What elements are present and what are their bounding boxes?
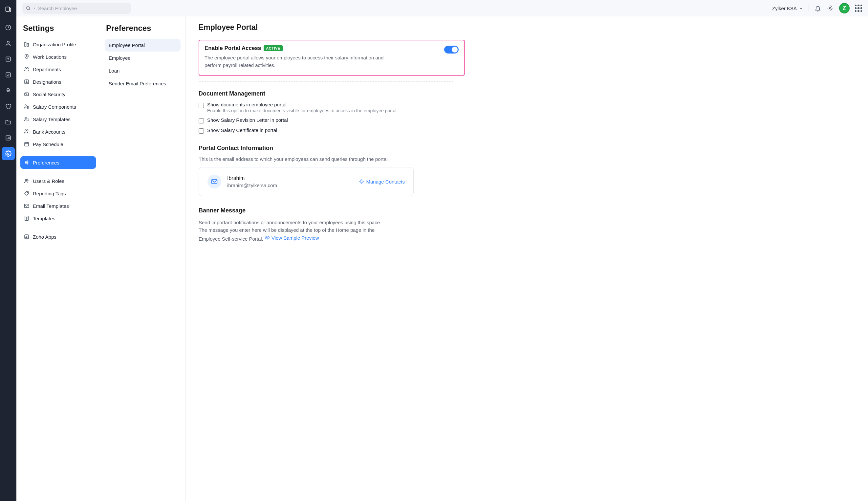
sidebar-item-departments[interactable]: Departments (20, 63, 96, 75)
svg-point-25 (27, 161, 28, 162)
svg-point-12 (25, 68, 26, 69)
svg-point-23 (26, 130, 28, 131)
sidebar-item-salary-templates[interactable]: Salary Templates (20, 113, 96, 125)
svg-point-2 (7, 41, 10, 43)
svg-point-26 (25, 162, 26, 163)
svg-rect-4 (6, 73, 10, 77)
topbar: Zylker KSA Z (17, 0, 868, 17)
checkbox-salary-certificate[interactable]: Show Salary Certificate in portal (199, 127, 855, 134)
sidebar-item-templates[interactable]: Templates (20, 212, 96, 225)
svg-rect-34 (212, 180, 217, 184)
search-box[interactable] (22, 3, 131, 14)
benefits-icon[interactable] (2, 100, 15, 113)
svg-rect-10 (27, 43, 29, 46)
eye-icon (265, 235, 270, 240)
documents-icon[interactable] (2, 116, 15, 129)
document-management-section: Document Management Show documents in em… (199, 90, 855, 134)
avatar[interactable]: Z (839, 3, 850, 13)
enable-portal-card: Enable Portal Access ACTIVE The employee… (199, 40, 464, 75)
pref-item-employee[interactable]: Employee (105, 52, 181, 64)
contact-desc: This is the email address to which your … (199, 156, 855, 162)
dashboard-icon[interactable] (2, 21, 15, 34)
enable-portal-heading: Enable Portal Access ACTIVE (204, 45, 439, 52)
contact-card: Ibrahim ibrahim@zylkersa.com Manage Cont… (199, 167, 414, 196)
active-badge: ACTIVE (264, 45, 282, 51)
contact-name: Ibrahim (227, 175, 277, 181)
pref-item-loan[interactable]: Loan (105, 64, 181, 77)
search-input[interactable] (38, 6, 127, 11)
svg-rect-21 (27, 119, 29, 121)
checkbox-input[interactable] (199, 103, 204, 108)
settings-title: Settings (20, 22, 96, 38)
svg-point-18 (25, 105, 26, 106)
approvals-icon[interactable] (2, 68, 15, 82)
checkbox-input[interactable] (199, 118, 204, 124)
contact-heading: Portal Contact Information (199, 145, 855, 152)
svg-rect-31 (24, 204, 29, 208)
svg-point-8 (829, 8, 831, 9)
gear-icon (359, 179, 364, 184)
checkbox-show-documents[interactable]: Show documents in employee portal Enable… (199, 102, 855, 113)
svg-point-15 (26, 81, 27, 82)
svg-point-20 (25, 117, 26, 119)
sidebar-item-zoho-apps[interactable]: Zoho Apps (20, 231, 96, 243)
view-sample-preview-link[interactable]: View Sample Preview (265, 234, 319, 242)
sidebar-item-bank-accounts[interactable]: Bank Accounts (20, 125, 96, 138)
svg-point-36 (267, 237, 268, 238)
svg-point-17 (26, 94, 27, 95)
page-body: Employee Portal Enable Portal Access ACT… (185, 17, 868, 501)
sidebar-item-reporting-tags[interactable]: Reporting Tags (20, 187, 96, 200)
portal-contact-section: Portal Contact Information This is the e… (199, 145, 855, 196)
sidebar-item-preferences[interactable]: Preferences (20, 156, 96, 169)
chevron-down-icon[interactable] (33, 7, 36, 10)
divider (808, 5, 809, 11)
checkbox-input[interactable] (199, 128, 204, 134)
svg-rect-9 (25, 42, 26, 46)
sidebar-item-org-profile[interactable]: Organization Profile (20, 38, 96, 51)
banner-desc: Send important notifications or announce… (199, 218, 389, 242)
sidebar-item-social-security[interactable]: Social Security (20, 88, 96, 100)
settings-icon[interactable] (2, 147, 15, 160)
checkbox-salary-revision[interactable]: Show Salary Revision Letter in portal (199, 117, 855, 124)
svg-point-6 (8, 153, 9, 154)
apps-launcher-icon[interactable] (855, 4, 862, 12)
svg-point-35 (361, 181, 362, 182)
org-switcher[interactable]: Zylker KSA (772, 6, 803, 11)
page-title: Employee Portal (199, 23, 855, 32)
sidebar-item-users-roles[interactable]: Users & Roles (20, 175, 96, 187)
pref-item-sender-email[interactable]: Sender Email Preferences (105, 77, 181, 90)
mail-icon (207, 175, 221, 189)
enable-portal-desc: The employee portal allows your employee… (204, 54, 401, 69)
reports-icon[interactable] (2, 131, 15, 145)
svg-point-13 (27, 68, 29, 69)
contact-email: ibrahim@zylkersa.com (227, 182, 277, 188)
sidebar-item-salary-components[interactable]: Salary Components (20, 100, 96, 113)
settings-sidebar: Settings Organization Profile Work Locat… (17, 17, 100, 501)
settings-gear-icon[interactable] (827, 4, 834, 12)
svg-rect-16 (25, 93, 29, 96)
svg-point-28 (25, 179, 27, 181)
sidebar-item-work-locations[interactable]: Work Locations (20, 51, 96, 63)
pref-item-employee-portal[interactable]: Employee Portal (105, 39, 181, 52)
loans-icon[interactable] (2, 84, 15, 97)
sidebar-item-email-templates[interactable]: Email Templates (20, 200, 96, 212)
chevron-down-icon (799, 6, 803, 11)
divider (199, 82, 453, 82)
svg-point-22 (25, 130, 26, 131)
banner-message-section: Banner Message Send important notificati… (199, 207, 855, 242)
org-name: Zylker KSA (772, 6, 797, 11)
sidebar-item-designations[interactable]: Designations (20, 75, 96, 88)
doc-mgmt-heading: Document Management (199, 90, 855, 97)
preferences-sidebar: Preferences Employee Portal Employee Loa… (100, 17, 185, 501)
avatar-initial: Z (843, 5, 846, 12)
notifications-icon[interactable] (814, 4, 821, 12)
svg-rect-0 (6, 7, 10, 11)
employees-icon[interactable] (2, 37, 15, 50)
imports-icon[interactable] (2, 53, 15, 66)
enable-portal-toggle[interactable] (444, 46, 459, 54)
manage-contacts-link[interactable]: Manage Contacts (359, 179, 405, 184)
svg-point-11 (26, 55, 27, 57)
search-icon (25, 6, 31, 11)
app-logo-icon[interactable] (2, 3, 15, 16)
sidebar-item-pay-schedule[interactable]: Pay Schedule (20, 138, 96, 150)
